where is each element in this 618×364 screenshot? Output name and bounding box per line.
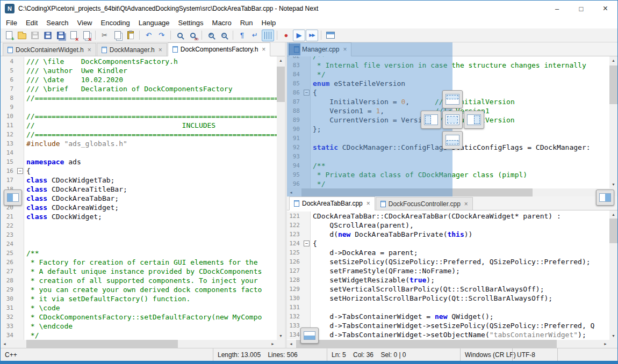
tab-dockareatabbar-cpp[interactable]: DockAreaTabBar.cpp× — [289, 196, 375, 210]
code-line: 134 d->TabsContainerWidget->setObjectNam… — [287, 330, 609, 339]
vertical-scrollbar[interactable]: ▲ ▼ — [609, 56, 617, 188]
scrollbar-thumb[interactable] — [277, 67, 285, 102]
tab-close-icon[interactable]: × — [159, 47, 162, 53]
document-map-button[interactable] — [324, 30, 336, 41]
find-button[interactable] — [174, 30, 186, 41]
open-file-button[interactable] — [16, 30, 28, 41]
menu-item-file[interactable]: File — [2, 18, 21, 28]
close-all-button[interactable] — [80, 30, 92, 41]
status-eol-format[interactable]: Windows (CR LF) — [460, 348, 512, 361]
redo-button[interactable]: ↷ — [155, 30, 168, 41]
scrollbar-thumb[interactable] — [26, 340, 178, 348]
status-encoding[interactable]: UTF-8 — [512, 348, 557, 361]
menu-item-edit[interactable]: Edit — [21, 18, 42, 28]
code-text: QScrollArea(parent), — [311, 221, 609, 230]
scroll-down-button[interactable]: ▼ — [609, 332, 617, 340]
menu-item-view[interactable]: View — [73, 18, 97, 28]
drop-indicator-edge-right[interactable] — [596, 190, 614, 206]
code-line: 123 d(new DockAreaTabBarPrivate(this)) — [287, 230, 609, 239]
tab-close-icon[interactable]: × — [367, 200, 370, 207]
menu-item-settings[interactable]: Settings — [174, 18, 208, 28]
drop-indicator-right[interactable] — [464, 111, 484, 129]
scrollbar-thumb[interactable] — [609, 219, 617, 243]
fold-margin — [303, 294, 311, 303]
drop-indicator-left[interactable] — [421, 111, 441, 129]
fold-marker-icon[interactable] — [16, 166, 24, 176]
save-a-copy-button[interactable] — [41, 30, 54, 41]
vertical-scrollbar[interactable]: ▲ ▼ — [609, 210, 617, 340]
scroll-up-button[interactable]: ▲ — [609, 56, 617, 64]
code-text: * \endcode — [24, 322, 277, 331]
playback-macro-icon: ▶ — [297, 32, 302, 39]
scroll-right-button[interactable]: ► — [269, 340, 277, 348]
fold-margin — [16, 258, 24, 267]
tab-dockcontainerwidget-h[interactable]: DockContainerWidget.h× — [3, 43, 96, 56]
scroll-down-button[interactable]: ▼ — [277, 332, 285, 340]
horizontal-scrollbar[interactable]: ◄ ► — [1, 340, 277, 348]
tab-dockfocuscontroller-cpp[interactable]: DockFocusController.cpp× — [376, 197, 473, 210]
left-code-editor[interactable]: 4/// \file DockComponentsFactory.h5/// \… — [1, 56, 277, 340]
record-macro-button[interactable]: ● — [280, 30, 292, 41]
scroll-down-button[interactable]: ▼ — [609, 180, 617, 188]
zoom-in-button[interactable] — [205, 30, 217, 41]
maximize-button[interactable]: □ — [569, 1, 593, 17]
word-wrap-button[interactable]: ↵ — [249, 30, 261, 41]
bottom-right-code-editor[interactable]: 121CDockAreaTabBar::CDockAreaTabBar(CDoc… — [287, 210, 609, 340]
replace-button[interactable] — [186, 30, 199, 41]
menu-item-encoding[interactable]: Encoding — [97, 18, 134, 28]
horizontal-scrollbar[interactable]: ◄ ► — [287, 340, 609, 348]
tab-close-icon[interactable]: × — [88, 47, 91, 53]
tab-close-icon[interactable]: × — [262, 46, 265, 53]
drop-indicator-top[interactable] — [442, 90, 463, 108]
run-macro-multiple-button[interactable]: ▶▶ — [306, 30, 318, 41]
scrollbar-thumb[interactable] — [609, 65, 617, 104]
code-text: namespace ads — [24, 157, 277, 166]
menu-item-help[interactable]: Help — [257, 18, 281, 28]
left-editor-pane: DockContainerWidget.h×DockManager.h×Dock… — [1, 42, 285, 348]
indent-guide-button[interactable] — [262, 30, 274, 41]
save-all-button[interactable] — [54, 30, 67, 41]
scroll-left-button[interactable]: ◄ — [287, 340, 295, 348]
code-text: d(new DockAreaTabBarPrivate(this)) — [311, 230, 609, 239]
undo-button[interactable]: ↶ — [142, 30, 155, 41]
code-text: class CDockAreaTitleBar; — [24, 185, 277, 194]
menu-item-macro[interactable]: Macro — [208, 18, 236, 28]
menu-item-search[interactable]: Search — [42, 18, 73, 28]
code-text: * you can create your own derived dock c… — [24, 285, 277, 294]
fold-marker-icon[interactable] — [303, 239, 311, 248]
close-button[interactable]: × — [593, 1, 617, 17]
scroll-up-button[interactable]: ▲ — [277, 56, 285, 64]
drop-indicator-bottom[interactable] — [442, 131, 463, 149]
tab-close-icon[interactable]: × — [464, 201, 468, 207]
cut-button[interactable]: ✂ — [98, 30, 111, 41]
drop-indicator-edge-left[interactable] — [4, 190, 22, 206]
scroll-left-button[interactable]: ◄ — [1, 340, 9, 348]
save-button[interactable] — [28, 30, 41, 41]
menu-item-run[interactable]: Run — [236, 18, 257, 28]
drop-indicator-edge-bottom[interactable] — [300, 327, 319, 344]
code-line: 33 * \endcode — [1, 322, 277, 331]
show-all-characters-button[interactable]: ¶ — [236, 30, 248, 41]
copy-button[interactable] — [111, 30, 124, 41]
line-number: 27 — [1, 267, 16, 276]
menu-item-language[interactable]: Language — [134, 18, 174, 28]
paste-button[interactable] — [124, 30, 136, 41]
status-language[interactable]: C++ — [1, 348, 213, 361]
scroll-up-button[interactable]: ▲ — [609, 210, 617, 219]
line-number: 126 — [287, 257, 303, 266]
title-bar[interactable]: N C:\CodingXP\cetoni_projects_64bit\QtAd… — [1, 1, 617, 17]
vertical-scrollbar[interactable]: ▲ ▼ — [277, 56, 285, 340]
drop-indicator-center[interactable] — [442, 111, 463, 129]
fold-margin — [303, 303, 311, 312]
fold-margin — [303, 248, 311, 257]
zoom-out-button[interactable] — [218, 30, 230, 41]
playback-macro-button[interactable]: ▶ — [293, 30, 305, 41]
fold-margin — [16, 249, 24, 258]
minimize-button[interactable]: – — [545, 1, 569, 17]
tab-dockmanager-h[interactable]: DockManager.h× — [97, 43, 167, 56]
new-file-button[interactable] — [3, 30, 15, 41]
tab-dockcomponentsfactory-h[interactable]: DockComponentsFactory.h× — [168, 42, 271, 56]
scroll-right-button[interactable]: ► — [601, 340, 609, 348]
scrollbar-thumb[interactable] — [296, 340, 557, 348]
close-button[interactable] — [67, 30, 80, 41]
